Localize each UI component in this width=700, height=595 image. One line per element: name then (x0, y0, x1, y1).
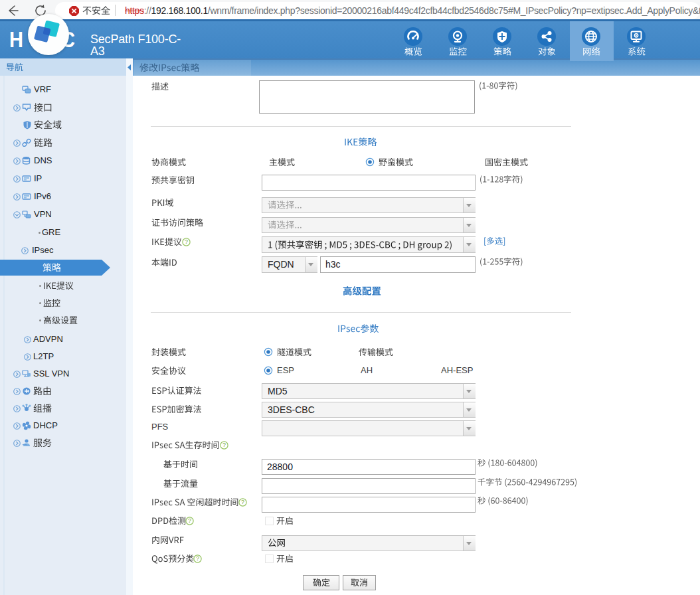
svg-text:?: ? (185, 238, 188, 245)
svg-text:?: ? (222, 442, 226, 448)
svg-text:?: ? (241, 499, 244, 505)
svg-text:?: ? (188, 517, 191, 524)
svg-text:?: ? (196, 555, 199, 562)
